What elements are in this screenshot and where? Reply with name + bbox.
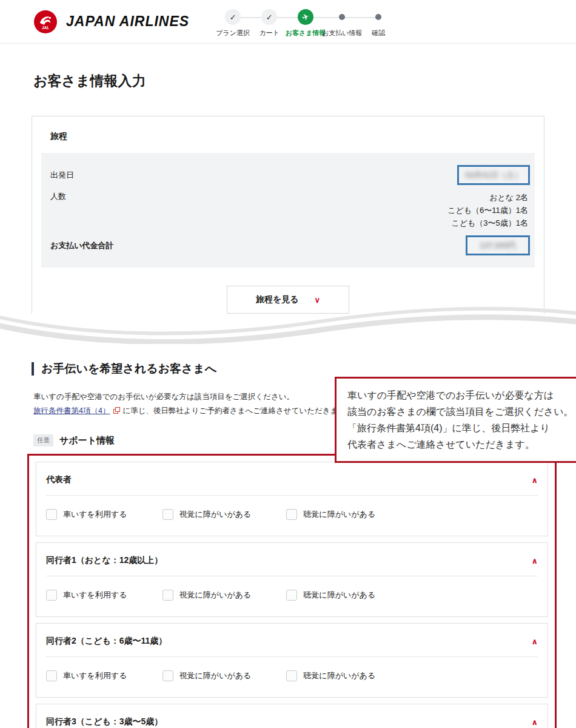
support-option[interactable]: 聴覚に障がいがある xyxy=(286,590,375,601)
step-state-icon xyxy=(375,14,381,20)
step-state-icon: ✓ xyxy=(225,9,241,25)
stepper-step: ✓ カート xyxy=(251,9,287,38)
stepper-step: 確認 xyxy=(360,9,397,38)
person-title: 代表者 xyxy=(46,474,72,485)
stepper-step: ✓ プラン選択 xyxy=(215,9,251,38)
wave-divider xyxy=(0,305,576,344)
chevron-up-icon: ∧ xyxy=(531,638,538,645)
support-option[interactable]: 視覚に障がいがある xyxy=(162,590,252,601)
people-row: 人数 おとな 2名こども（6〜11歳）1名こども（3〜5歳）1名 xyxy=(50,191,530,229)
people-value-line: おとな 2名 xyxy=(447,191,528,204)
svg-text:JAL: JAL xyxy=(42,25,49,30)
assist-desc-line1: 車いすの手配や空港でのお手伝いが必要な方は該当項目をご選択ください。 xyxy=(33,393,294,401)
assist-callout: 車いすの手配や空港でのお手伝いが必要な方は該当のお客さまの欄で該当項目をご選択く… xyxy=(335,377,576,463)
step-state-icon xyxy=(339,14,345,20)
brand-wordmark: JAPAN AIRLINES xyxy=(66,13,189,30)
total-value-box: 137,000円 xyxy=(466,235,530,255)
person-title: 同行者1（おとな：12歳以上） xyxy=(46,555,162,566)
checkbox-label: 聴覚に障がいがある xyxy=(303,590,375,601)
callout-line: 代表者さまへご連絡させていただきます。 xyxy=(347,436,566,453)
departure-label: 出発日 xyxy=(50,165,74,181)
checkbox-unchecked[interactable] xyxy=(286,590,297,601)
total-row: お支払い代金合計 137,000円 xyxy=(50,235,530,255)
step-state-icon: ✈ xyxy=(298,9,313,25)
assist-heading-text: お手伝いを希望されるお客さまへ xyxy=(41,361,216,377)
support-options-group: 代表者 ∧ 車いすを利用する 視覚に障がいがある 聴覚に障がいがある 同行者1（… xyxy=(27,454,557,728)
checkbox-label: 車いすを利用する xyxy=(63,590,127,601)
people-values: おとな 2名こども（6〜11歳）1名こども（3〜5歳）1名 xyxy=(447,191,530,229)
people-value-line: こども（6〜11歳）1名 xyxy=(447,204,528,217)
itinerary-card: 旅程 出発日 03月01日（土） 人数 おとな 2名こども（6〜11歳）1名こど… xyxy=(32,116,544,314)
person-card: 代表者 ∧ 車いすを利用する 視覚に障がいがある 聴覚に障がいがある xyxy=(36,462,548,536)
stepper-step: お支払い情報 xyxy=(324,9,360,38)
checkbox-row: 車いすを利用する 視覚に障がいがある 聴覚に障がいがある xyxy=(46,670,538,681)
checkbox-unchecked[interactable] xyxy=(46,509,57,520)
support-option[interactable]: 車いすを利用する xyxy=(46,590,127,601)
step-label: プラン選択 xyxy=(216,29,250,38)
chevron-up-icon: ∧ xyxy=(531,476,538,484)
person-accordion-header[interactable]: 同行者2（こども：6歳〜11歳） ∧ xyxy=(46,636,538,647)
header: JAL JAPAN AIRLINES ✓ プラン選択 ✓ カート ✈ お客さま情… xyxy=(0,0,576,44)
checkbox-unchecked[interactable] xyxy=(162,590,173,601)
jal-logo[interactable]: JAL JAPAN AIRLINES xyxy=(33,10,189,34)
checkbox-row: 車いすを利用する 視覚に障がいがある 聴覚に障がいがある xyxy=(46,509,538,520)
checkbox-unchecked[interactable] xyxy=(286,509,297,520)
person-card: 同行者1（おとな：12歳以上） ∧ 車いすを利用する 視覚に障がいがある 聴覚に… xyxy=(36,542,548,617)
step-label: お客さま情報 xyxy=(286,29,326,38)
chevron-up-icon: ∧ xyxy=(531,557,538,565)
support-option[interactable]: 視覚に障がいがある xyxy=(162,509,252,520)
checkbox-label: 車いすを利用する xyxy=(63,509,127,520)
assist-heading: お手伝いを希望されるお客さまへ xyxy=(32,361,544,377)
checkbox-unchecked[interactable] xyxy=(162,670,173,681)
chevron-down-icon: ∨ xyxy=(315,296,321,304)
divider xyxy=(46,656,538,657)
callout-line: 該当のお客さまの欄で該当項目をご選択ください。 xyxy=(347,403,566,420)
support-option[interactable]: 聴覚に障がいがある xyxy=(286,670,375,681)
support-option[interactable]: 車いすを利用する xyxy=(46,509,127,520)
support-option[interactable]: 車いすを利用する xyxy=(46,670,127,681)
departure-value-box: 03月01日（土） xyxy=(457,165,530,185)
itinerary-heading: 旅程 xyxy=(50,131,535,142)
step-label: 確認 xyxy=(372,29,385,38)
divider xyxy=(46,495,538,496)
departure-value: 03月01日（土） xyxy=(465,170,522,180)
checkbox-unchecked[interactable] xyxy=(46,590,57,601)
checkbox-label: 視覚に障がいがある xyxy=(179,670,252,681)
checkbox-label: 視覚に障がいがある xyxy=(179,509,252,520)
page-title: お客さま情報入力 xyxy=(33,72,544,90)
people-label: 人数 xyxy=(50,191,66,202)
optional-badge: 任意 xyxy=(33,434,53,447)
checkbox-unchecked[interactable] xyxy=(286,670,297,681)
checkbox-label: 車いすを利用する xyxy=(63,670,127,681)
divider xyxy=(46,576,538,576)
departure-row: 出発日 03月01日（土） xyxy=(50,165,530,185)
checkbox-label: 聴覚に障がいがある xyxy=(303,670,375,681)
checkbox-unchecked[interactable] xyxy=(162,509,173,520)
assist-desc-line2: に準じ、後日弊社よりご予約者さまへご連絡させていただきます。 xyxy=(122,406,353,415)
checkbox-unchecked[interactable] xyxy=(46,670,57,681)
total-label: お支払い代金合計 xyxy=(50,235,114,251)
person-accordion-header[interactable]: 同行者1（おとな：12歳以上） ∧ xyxy=(46,555,538,566)
support-option[interactable]: 視覚に障がいがある xyxy=(162,670,252,681)
person-accordion-header[interactable]: 代表者 ∧ xyxy=(46,474,538,485)
support-info-label: サポート情報 xyxy=(59,435,115,447)
heading-accent-bar xyxy=(32,362,34,376)
person-title: 同行者2（こども：6歳〜11歳） xyxy=(46,636,167,647)
callout-line: 「旅行条件書第4項(4)」に準じ、後日弊社より xyxy=(347,420,566,436)
people-value-line: こども（3〜5歳）1名 xyxy=(447,217,528,229)
support-option[interactable]: 聴覚に障がいがある xyxy=(286,509,375,520)
jal-crane-icon: JAL xyxy=(33,10,58,34)
plane-icon: ✈ xyxy=(301,12,310,23)
terms-link[interactable]: 旅行条件書第4項（4） xyxy=(33,406,110,415)
person-accordion-header[interactable]: 同行者3（こども：3歳〜5歳） ∧ xyxy=(46,716,538,727)
step-label: お支払い情報 xyxy=(322,29,363,38)
checkbox-label: 聴覚に障がいがある xyxy=(303,509,375,520)
assist-section: お手伝いを希望されるお客さまへ 車いすの手配や空港でのお手伝いが必要な方は該当項… xyxy=(32,361,544,728)
person-card: 同行者3（こども：3歳〜5歳） ∧ 車いすを利用する 視覚に障がいがある 聴覚に… xyxy=(36,704,548,728)
step-label: カート xyxy=(259,29,280,38)
stepper: ✓ プラン選択 ✓ カート ✈ お客さま情報 お支払い情報 確認 xyxy=(215,9,397,38)
chevron-up-icon: ∧ xyxy=(531,718,538,726)
step-state-icon: ✓ xyxy=(261,9,277,25)
total-value: 137,000円 xyxy=(480,241,516,250)
person-title: 同行者3（こども：3歳〜5歳） xyxy=(46,716,162,727)
